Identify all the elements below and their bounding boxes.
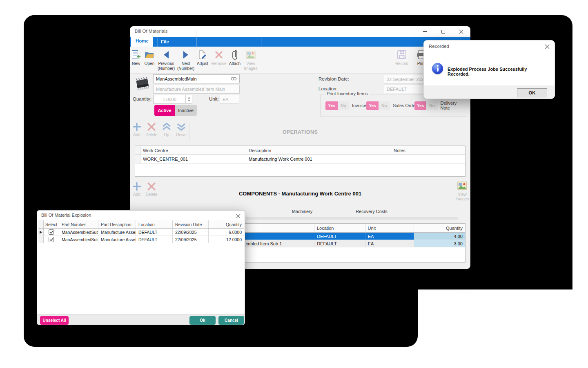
binoculars-icon[interactable] xyxy=(231,76,237,82)
arrow-left-icon xyxy=(162,49,170,60)
view-images-button[interactable]: View Images xyxy=(242,48,260,72)
row-selector-header xyxy=(135,146,140,155)
ok-button[interactable]: Ok xyxy=(189,316,216,325)
spinner-up-icon[interactable] xyxy=(188,97,190,99)
new-button[interactable]: New xyxy=(130,48,142,72)
toolbar-separator xyxy=(244,29,244,49)
explosion-row[interactable]: ManAssembledSub2 Manufacture Assemb... D… xyxy=(38,236,244,243)
dialog-footer: Unselect All Ok Cancel xyxy=(37,314,245,325)
sales-order-label: Sales Order xyxy=(393,103,417,108)
attach-button[interactable]: Attach xyxy=(227,48,243,72)
recorded-dialog: Recorded Exploded Process Jobs Successfu… xyxy=(423,40,555,99)
remove-x-icon xyxy=(214,49,223,60)
quantity-label: Quantity: xyxy=(133,96,151,101)
delete-x-icon xyxy=(147,182,156,191)
invoice-toggle-group: Yes No Invoice xyxy=(325,101,366,110)
dialog-title: Bill Of Material Explosion xyxy=(41,213,91,218)
col-work-centre[interactable]: Work Centre xyxy=(140,146,246,155)
minimize-icon xyxy=(423,31,427,31)
part-number-input[interactable]: ManAssembledMain xyxy=(153,74,240,83)
title-bar: Bill Of Materials xyxy=(130,26,470,37)
col-quantity[interactable]: Quantity xyxy=(209,220,244,228)
tab-recovery-costs[interactable]: Recovery Costs xyxy=(343,209,400,216)
paperclip-icon xyxy=(232,49,238,60)
col-description[interactable]: Description xyxy=(246,146,391,155)
tab-scrollbar[interactable] xyxy=(246,217,458,220)
components-view-images-button[interactable]: View Images xyxy=(454,182,470,202)
open-folder-icon xyxy=(144,49,155,60)
tab-machinery[interactable]: Machinery xyxy=(274,209,331,216)
minimize-button[interactable] xyxy=(421,28,429,35)
cancel-button[interactable]: Cancel xyxy=(218,316,244,325)
delivery-note-yes-button[interactable]: Yes xyxy=(414,101,426,110)
ribbon-bar xyxy=(130,37,470,47)
col-revision-date[interactable]: Revision Date xyxy=(173,220,209,228)
close-icon xyxy=(459,29,463,34)
toolbar-separator xyxy=(228,29,228,49)
select-checkbox-checked[interactable] xyxy=(49,237,54,242)
unit-label: Unit: xyxy=(209,96,219,101)
toolbar-separator xyxy=(158,29,158,49)
row-selector[interactable] xyxy=(135,155,140,163)
close-button[interactable] xyxy=(457,28,465,35)
col-part-description[interactable]: Part Description xyxy=(98,220,136,228)
edit-document-icon xyxy=(198,49,207,60)
tab-home[interactable]: Home xyxy=(131,35,153,47)
floppy-disk-icon xyxy=(397,49,407,60)
operations-row[interactable]: WORK_CENTRE_001 Manufacturing Work Centr… xyxy=(135,155,465,164)
part-description-input: Manufacture Assembled Item Main xyxy=(153,85,240,94)
dialog-footer: OK xyxy=(424,85,555,99)
explosion-header-row: Select Part Number Part Description Loca… xyxy=(38,220,244,229)
col-location[interactable]: Location xyxy=(314,224,365,232)
dialog-close-button[interactable] xyxy=(545,43,550,51)
operations-heading: OPERATIONS xyxy=(130,129,470,135)
remove-button[interactable]: Remove xyxy=(210,48,228,72)
col-part-number[interactable]: Part Number xyxy=(59,220,98,228)
sales-order-yes-button[interactable]: Yes xyxy=(366,101,379,110)
select-checkbox-checked[interactable] xyxy=(49,229,54,235)
spinner-buttons[interactable] xyxy=(185,95,192,103)
maximize-icon xyxy=(441,30,445,34)
current-row-marker xyxy=(38,229,44,236)
invoice-no-button[interactable]: No xyxy=(338,101,349,110)
window-title: Bill Of Materials xyxy=(135,29,168,34)
unselect-all-button[interactable]: Unselect All xyxy=(40,316,69,325)
toolbar-separator xyxy=(261,29,261,49)
maximize-button[interactable] xyxy=(439,28,447,35)
revision-date-label: Revision Date: xyxy=(318,76,349,81)
ok-button[interactable]: OK xyxy=(517,88,547,97)
invoice-yes-button[interactable]: Yes xyxy=(325,101,338,110)
active-toggle-button[interactable]: Active xyxy=(154,105,175,116)
explosion-row[interactable]: ManAssembledSub1 Manufacture Assemb... D… xyxy=(38,229,244,236)
delivery-note-label: Delivery Note xyxy=(441,101,467,110)
dialog-close-button[interactable] xyxy=(236,213,241,220)
delivery-note-toggle-group: Yes No Delivery Note xyxy=(414,101,467,110)
sales-order-no-button[interactable]: No xyxy=(379,101,390,110)
col-location[interactable]: Location xyxy=(136,220,173,228)
close-icon xyxy=(545,44,550,49)
col-select[interactable]: Select xyxy=(44,220,59,228)
add-plus-icon xyxy=(132,182,142,191)
dialog-title: Recorded xyxy=(429,44,449,49)
operations-grid: Work Centre Description Notes WORK_CENTR… xyxy=(135,146,466,177)
recorded-message: Exploded Process Jobs Successfully Recor… xyxy=(448,67,550,76)
delivery-note-no-button[interactable]: No xyxy=(426,101,437,110)
col-unit[interactable]: Unit xyxy=(365,224,414,232)
record-button[interactable]: Record xyxy=(393,48,411,72)
inactive-toggle-button[interactable]: Inactive xyxy=(175,105,197,116)
spinner-down-icon[interactable] xyxy=(188,100,190,101)
components-heading: COMPONENTS - Manufacturing Work Centre 0… xyxy=(130,191,470,197)
row-arrow-icon xyxy=(40,231,42,234)
location-label: Location: xyxy=(318,86,338,91)
col-notes[interactable]: Notes xyxy=(391,146,465,155)
col-quantity[interactable]: Quantity xyxy=(414,224,465,232)
adjust-button[interactable]: Adjust xyxy=(194,48,212,72)
invoice-label: Invoice xyxy=(352,103,366,108)
image-icon xyxy=(246,49,256,60)
bom-explosion-dialog: Bill Of Material Explosion Select Part N… xyxy=(37,210,245,325)
check-icon xyxy=(49,230,53,234)
explosion-grid: Select Part Number Part Description Loca… xyxy=(38,220,244,243)
quantity-stepper[interactable]: 1.0000 xyxy=(153,95,192,103)
previous-number-button[interactable]: Previous (Number) xyxy=(155,48,178,72)
new-document-icon xyxy=(131,49,140,60)
